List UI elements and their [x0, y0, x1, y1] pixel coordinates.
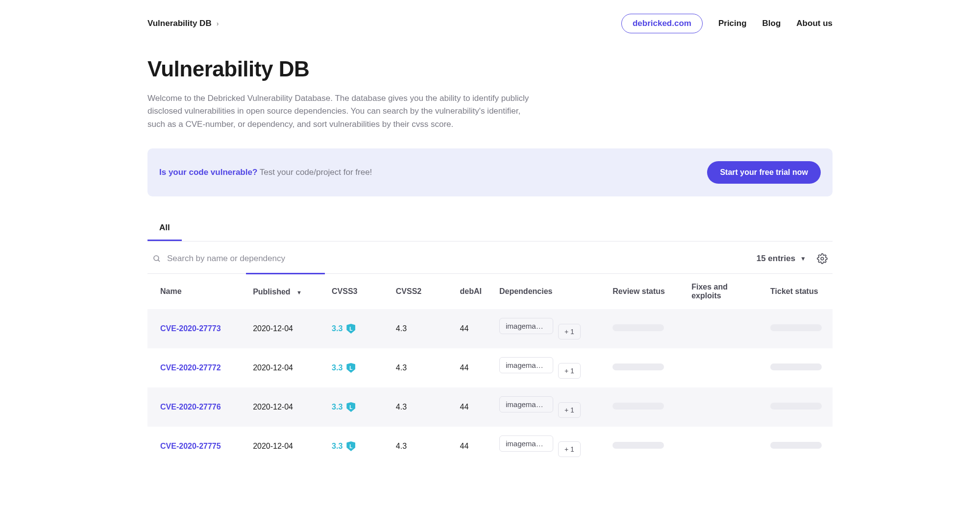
ticket-placeholder	[770, 324, 822, 331]
svg-point-0	[154, 256, 159, 261]
cta-rest: Test your code/project for free!	[257, 168, 372, 177]
table-row: CVE-2020-277722020-12-043.3L4.344imagema…	[147, 348, 833, 387]
table-toolbar: Search by name or dependency 15 entries …	[147, 242, 833, 273]
cell-cvss2: 4.3	[389, 387, 453, 427]
col-ticket: Ticket status	[763, 274, 833, 310]
cve-link[interactable]: CVE-2020-27776	[160, 403, 221, 411]
nav-pricing[interactable]: Pricing	[718, 19, 747, 28]
cell-debai: 44	[453, 348, 492, 387]
top-bar: Vulnerability DB › debricked.com Pricing…	[147, 0, 833, 45]
breadcrumb[interactable]: Vulnerability DB ›	[147, 19, 219, 28]
cell-published: 2020-12-04	[246, 348, 325, 387]
svg-line-1	[158, 260, 160, 262]
dependency-chip[interactable]: imagemagi…	[499, 357, 553, 373]
ticket-placeholder	[770, 403, 822, 410]
dependency-more-chip[interactable]: + 1	[558, 441, 581, 457]
cell-cvss3: 3.3L	[332, 363, 382, 373]
tab-all[interactable]: All	[147, 216, 182, 241]
review-placeholder	[612, 324, 664, 331]
page-title: Vulnerability DB	[147, 57, 833, 81]
cell-debai: 44	[453, 309, 492, 348]
col-debai[interactable]: debAI	[453, 274, 492, 310]
breadcrumb-label: Vulnerability DB	[147, 19, 212, 28]
cell-published: 2020-12-04	[246, 309, 325, 348]
cell-fixes	[685, 309, 763, 348]
col-name[interactable]: Name	[147, 274, 246, 310]
shield-icon: L	[346, 441, 355, 451]
cell-cvss2: 4.3	[389, 427, 453, 466]
cell-cvss3: 3.3L	[332, 402, 382, 412]
col-published[interactable]: Published ▼	[246, 274, 325, 310]
nav-blog[interactable]: Blog	[762, 19, 781, 28]
cve-link[interactable]: CVE-2020-27775	[160, 442, 221, 450]
dependency-chip[interactable]: imagemagi…	[499, 396, 553, 412]
sort-desc-icon: ▼	[296, 290, 302, 295]
cell-fixes	[685, 387, 763, 427]
ticket-placeholder	[770, 442, 822, 449]
search-placeholder: Search by name or dependency	[167, 254, 285, 264]
cell-cvss2: 4.3	[389, 309, 453, 348]
col-published-label: Published	[253, 288, 290, 296]
col-review: Review status	[606, 274, 685, 310]
col-cvss3[interactable]: CVSS3	[325, 274, 389, 310]
cell-cvss3: 3.3L	[332, 324, 382, 334]
cve-link[interactable]: CVE-2020-27773	[160, 324, 221, 333]
page-description: Welcome to the Debricked Vulnerability D…	[147, 92, 535, 131]
cell-published: 2020-12-04	[246, 387, 325, 427]
ticket-placeholder	[770, 363, 822, 370]
cell-debai: 44	[453, 427, 492, 466]
main-nav: debricked.com Pricing Blog About us	[621, 14, 833, 33]
table-row: CVE-2020-277732020-12-043.3L4.344imagema…	[147, 309, 833, 348]
cell-published: 2020-12-04	[246, 427, 325, 466]
vuln-table: Name Published ▼ CVSS3 CVSS2 debAI Depen…	[147, 273, 833, 466]
table-row: CVE-2020-277752020-12-043.3L4.344imagema…	[147, 427, 833, 466]
tabs: All	[147, 216, 833, 242]
nav-about[interactable]: About us	[796, 19, 833, 28]
col-cvss2[interactable]: CVSS2	[389, 274, 453, 310]
cell-cvss3: 3.3L	[332, 441, 382, 451]
cta-text: Is your code vulnerable? Test your code/…	[159, 168, 372, 177]
cve-link[interactable]: CVE-2020-27772	[160, 363, 221, 372]
svg-point-2	[821, 257, 824, 260]
col-fixes: Fixes and exploits	[685, 274, 763, 310]
review-placeholder	[612, 442, 664, 449]
dependency-more-chip[interactable]: + 1	[558, 402, 581, 418]
caret-down-icon: ▼	[800, 255, 806, 262]
chevron-right-icon: ›	[217, 20, 219, 27]
cell-fixes	[685, 427, 763, 466]
dependency-chip[interactable]: imagemagi…	[499, 435, 553, 452]
cell-fixes	[685, 348, 763, 387]
gear-icon[interactable]	[817, 253, 828, 264]
entries-dropdown[interactable]: 15 entries ▼	[757, 254, 806, 264]
cta-lead: Is your code vulnerable?	[159, 168, 257, 177]
entries-label: 15 entries	[757, 254, 795, 264]
shield-icon: L	[346, 402, 355, 412]
cell-debai: 44	[453, 387, 492, 427]
start-trial-button[interactable]: Start your free trial now	[707, 161, 821, 184]
table-row: CVE-2020-277762020-12-043.3L4.344imagema…	[147, 387, 833, 427]
dependency-more-chip[interactable]: + 1	[558, 363, 581, 379]
review-placeholder	[612, 403, 664, 410]
col-deps: Dependencies	[492, 274, 606, 310]
search-input[interactable]: Search by name or dependency	[152, 254, 285, 264]
search-icon	[152, 254, 161, 263]
dependency-more-chip[interactable]: + 1	[558, 324, 581, 339]
shield-icon: L	[346, 363, 355, 373]
shield-icon: L	[346, 324, 355, 334]
cell-cvss2: 4.3	[389, 348, 453, 387]
cta-banner: Is your code vulnerable? Test your code/…	[147, 148, 833, 196]
site-link-button[interactable]: debricked.com	[621, 14, 703, 33]
review-placeholder	[612, 363, 664, 370]
dependency-chip[interactable]: imagemagi…	[499, 318, 553, 334]
